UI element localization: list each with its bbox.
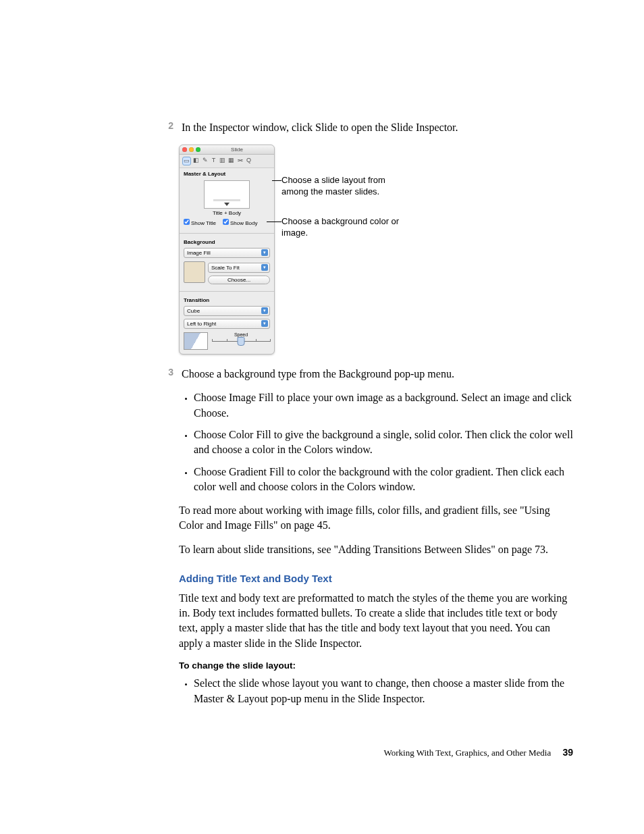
speed-slider-area: Speed	[212, 332, 270, 350]
speed-label: Speed	[212, 332, 270, 337]
step-2: 2 In the Inspector window, click Slide t…	[179, 120, 573, 135]
zoom-icon	[196, 147, 200, 152]
background-type-value: Image Fill	[187, 250, 211, 256]
background-panel: Image Fill ▾ Scale To Fit ▾ Choose...	[180, 248, 274, 288]
transition-label: Transition	[180, 294, 274, 305]
callout-master-layout: Choose a slide layout from among the mas…	[281, 174, 403, 198]
select-arrows-icon: ▾	[261, 249, 268, 256]
callout-background: Choose a background color or image.	[281, 215, 403, 239]
slide-tab-icon[interactable]: ▭	[182, 157, 191, 165]
theme-tab-icon[interactable]: ◧	[192, 157, 200, 164]
to-change-layout-heading: To change the slide layout:	[179, 660, 573, 671]
close-icon	[182, 147, 187, 152]
choose-image-button[interactable]: Choose...	[208, 276, 270, 284]
page-number: 39	[562, 747, 573, 758]
title-body-paragraph: Title text and body text are preformatte…	[179, 591, 573, 652]
window-title: Slide	[203, 147, 271, 153]
background-label: Background	[180, 236, 274, 246]
master-slide-preview[interactable]	[204, 180, 250, 209]
inspector-figure: Slide ▭ ◧ ✎ T ▥ ▦ ⫘ Q Master & Layout Ti…	[179, 145, 573, 355]
see-also-fills: To read more about working with image fi…	[179, 503, 573, 533]
change-layout-bullets: Select the slide whose layout you want t…	[179, 676, 573, 706]
figure-callouts: Choose a slide layout from among the mas…	[281, 145, 403, 239]
change-layout-step: Select the slide whose layout you want t…	[194, 676, 573, 706]
inspector-tab-toolbar: ▭ ◧ ✎ T ▥ ▦ ⫘ Q	[180, 155, 274, 168]
master-layout-label: Master & Layout	[180, 168, 274, 178]
footer-chapter: Working With Text, Graphics, and Other M…	[384, 748, 552, 758]
table-tab-icon[interactable]: ▦	[227, 157, 235, 164]
step-3-number: 3	[159, 367, 173, 377]
media-tab-icon[interactable]: Q	[245, 157, 252, 164]
transition-preview	[184, 332, 208, 350]
background-scale-select[interactable]: Scale To Fit ▾	[208, 263, 270, 273]
speed-slider[interactable]	[212, 338, 270, 344]
subhead-title-body: Adding Title Text and Body Text	[179, 573, 573, 584]
window-titlebar: Slide	[180, 145, 274, 155]
text-tab-icon[interactable]: T	[210, 157, 217, 164]
chevron-down-icon	[224, 203, 230, 206]
graphic-tab-icon[interactable]: ✎	[201, 157, 209, 164]
background-type-select[interactable]: Image Fill ▾	[184, 248, 270, 258]
minimize-icon	[189, 147, 194, 152]
step-3-bullets: Choose Image Fill to place your own imag…	[179, 390, 573, 494]
transition-type-value: Cube	[187, 308, 200, 314]
step-2-number: 2	[159, 120, 173, 131]
chart-tab-icon[interactable]: ⫘	[236, 157, 244, 164]
show-body-checkbox[interactable]: Show Body	[223, 219, 257, 226]
bullet-image-fill: Choose Image Fill to place your own imag…	[194, 390, 573, 421]
transition-type-select[interactable]: Cube ▾	[184, 306, 270, 316]
slide-inspector-window: Slide ▭ ◧ ✎ T ▥ ▦ ⫘ Q Master & Layout Ti…	[179, 145, 275, 355]
step-3-text: Choose a background type from the Backgr…	[182, 367, 454, 382]
show-title-checkbox[interactable]: Show Title	[184, 219, 216, 226]
step-3: 3 Choose a background type from the Back…	[179, 367, 573, 382]
step-2-text: In the Inspector window, click Slide to …	[182, 120, 458, 135]
bullet-color-fill: Choose Color Fill to give the background…	[194, 427, 573, 458]
bullet-gradient-fill: Choose Gradient Fill to color the backgr…	[194, 465, 573, 495]
transition-direction-select[interactable]: Left to Right ▾	[184, 319, 270, 329]
select-arrows-icon: ▾	[261, 264, 268, 271]
page: 2 In the Inspector window, click Slide t…	[0, 0, 644, 834]
show-options: Show Title Show Body	[184, 219, 270, 226]
transition-direction-value: Left to Right	[187, 321, 216, 327]
select-arrows-icon: ▾	[261, 307, 268, 314]
select-arrows-icon: ▾	[261, 320, 268, 327]
master-slide-name: Title + Body	[184, 210, 270, 216]
master-layout-panel: Title + Body Show Title Show Body	[180, 180, 274, 230]
transition-panel: Cube ▾ Left to Right ▾ Speed	[180, 306, 274, 354]
background-image-well[interactable]	[184, 261, 205, 283]
page-footer: Working With Text, Graphics, and Other M…	[384, 747, 573, 758]
background-scale-value: Scale To Fit	[211, 265, 240, 271]
metrics-tab-icon[interactable]: ▥	[219, 157, 226, 164]
see-also-transitions: To learn about slide transitions, see "A…	[179, 542, 573, 557]
